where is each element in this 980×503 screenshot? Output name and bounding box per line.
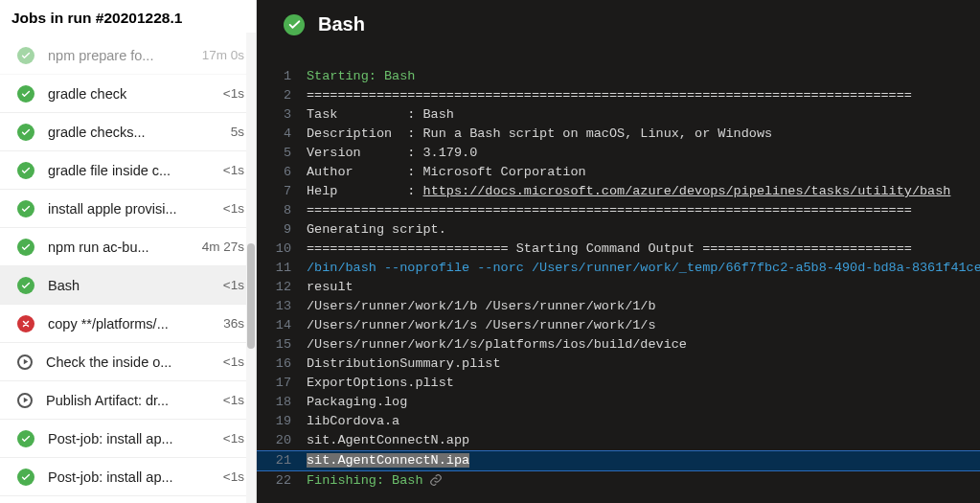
line-number: 9 bbox=[257, 220, 307, 240]
line-content: ========================================… bbox=[307, 86, 980, 105]
log-panel: Bash 1Starting: Bash2===================… bbox=[257, 0, 980, 503]
line-content: Author : Microsoft Corporation bbox=[307, 163, 980, 182]
scrollbar-thumb[interactable] bbox=[247, 243, 255, 349]
log-line: 13/Users/runner/work/1/b /Users/runner/w… bbox=[257, 297, 980, 316]
job-row[interactable]: Publish Artifact: dr...<1s bbox=[0, 381, 256, 420]
job-duration: 36s bbox=[223, 316, 244, 331]
job-label: gradle file inside c... bbox=[48, 163, 216, 178]
line-content: result bbox=[307, 278, 980, 297]
job-label: gradle checks... bbox=[48, 125, 223, 140]
line-number: 16 bbox=[257, 354, 307, 374]
link-icon[interactable] bbox=[429, 473, 443, 487]
job-list: npm prepare fo...17m 0sgradle check<1sgr… bbox=[0, 36, 256, 503]
check-circle-icon bbox=[17, 162, 34, 179]
line-number: 7 bbox=[257, 182, 307, 201]
pending-circle-icon bbox=[17, 354, 33, 370]
line-content: Starting: Bash bbox=[307, 67, 980, 86]
job-row[interactable]: copy **/platforms/...36s bbox=[0, 305, 256, 343]
line-content: Packaging.log bbox=[307, 393, 980, 412]
job-duration: 4m 27s bbox=[202, 240, 244, 254]
line-content: ExportOptions.plist bbox=[307, 374, 980, 393]
log-line: 11/bin/bash --noprofile --norc /Users/ru… bbox=[257, 259, 980, 278]
log-body[interactable]: 1Starting: Bash2========================… bbox=[257, 45, 980, 503]
line-content: Version : 3.179.0 bbox=[307, 144, 980, 163]
scrollbar[interactable] bbox=[246, 33, 256, 503]
log-line: 14/Users/runner/work/1/s /Users/runner/w… bbox=[257, 316, 980, 335]
job-label: install apple provisi... bbox=[48, 201, 216, 217]
check-circle-icon bbox=[17, 85, 34, 103]
line-content: /Users/runner/work/1/s/platforms/ios/bui… bbox=[307, 335, 980, 354]
log-line: 7Help : https://docs.microsoft.com/azure… bbox=[257, 182, 980, 201]
job-duration: <1s bbox=[223, 393, 244, 407]
job-row[interactable]: npm prepare fo...17m 0s bbox=[0, 36, 256, 75]
check-circle-icon bbox=[17, 469, 34, 486]
job-duration: <1s bbox=[223, 469, 244, 484]
line-number: 19 bbox=[257, 412, 307, 431]
log-line: 12result bbox=[257, 278, 980, 297]
line-content: libCordova.a bbox=[307, 412, 980, 431]
line-content: Task : Bash bbox=[307, 105, 980, 125]
job-label: gradle check bbox=[48, 86, 216, 102]
line-number: 4 bbox=[257, 125, 307, 144]
log-title: Bash bbox=[318, 13, 365, 35]
line-content: ========================================… bbox=[307, 201, 980, 220]
log-line: 20sit.AgentConnectN.app bbox=[257, 431, 980, 450]
check-circle-icon bbox=[17, 124, 34, 141]
check-circle-icon bbox=[17, 47, 34, 64]
job-row[interactable]: Post-job: install ap...<1s bbox=[0, 420, 256, 458]
job-row[interactable]: Check the inside o...<1s bbox=[0, 343, 256, 381]
job-label: Post-job: install ap... bbox=[48, 431, 216, 446]
pending-circle-icon bbox=[17, 393, 33, 408]
line-number: 13 bbox=[257, 297, 307, 316]
log-line: 2=======================================… bbox=[257, 86, 980, 105]
job-duration: <1s bbox=[223, 278, 244, 292]
job-row[interactable]: gradle file inside c...<1s bbox=[0, 151, 256, 190]
log-line: 6Author : Microsoft Corporation bbox=[257, 163, 980, 182]
line-number: 5 bbox=[257, 144, 307, 163]
job-label: copy **/platforms/... bbox=[48, 316, 216, 332]
job-row[interactable]: npm run ac-bu...4m 27s bbox=[0, 228, 256, 266]
log-line: 18Packaging.log bbox=[257, 393, 980, 412]
log-line: 21sit.AgentConnectN.ipa bbox=[257, 450, 980, 471]
job-label: npm prepare fo... bbox=[48, 48, 194, 63]
line-content: /Users/runner/work/1/s /Users/runner/wor… bbox=[307, 316, 980, 335]
line-number: 15 bbox=[257, 335, 307, 354]
check-circle-icon bbox=[17, 277, 34, 294]
job-row[interactable]: Post-job: Checkout ...<1s bbox=[0, 496, 256, 503]
log-line: 9Generating script. bbox=[257, 220, 980, 240]
job-row[interactable]: Post-job: install ap...<1s bbox=[0, 458, 256, 496]
log-header: Bash bbox=[257, 0, 980, 45]
check-circle-icon bbox=[17, 200, 34, 217]
job-row[interactable]: Bash<1s bbox=[0, 266, 256, 305]
line-content: /bin/bash --noprofile --norc /Users/runn… bbox=[307, 259, 980, 278]
line-number: 14 bbox=[257, 316, 307, 335]
log-line: 15/Users/runner/work/1/s/platforms/ios/b… bbox=[257, 335, 980, 354]
line-number: 10 bbox=[257, 240, 307, 259]
help-link[interactable]: https://docs.microsoft.com/azure/devops/… bbox=[423, 184, 951, 198]
job-duration: <1s bbox=[223, 431, 244, 446]
job-duration: <1s bbox=[223, 354, 244, 369]
sidebar-title: Jobs in run #20201228.1 bbox=[0, 0, 256, 36]
job-row[interactable]: gradle checks...5s bbox=[0, 113, 256, 151]
log-line: 8=======================================… bbox=[257, 201, 980, 220]
job-label: Publish Artifact: dr... bbox=[46, 393, 216, 408]
check-circle-icon bbox=[17, 239, 34, 256]
job-row[interactable]: install apple provisi...<1s bbox=[0, 190, 256, 228]
log-line: 3Task : Bash bbox=[257, 105, 980, 125]
log-line: 10========================== Starting Co… bbox=[257, 240, 980, 259]
job-label: Bash bbox=[48, 278, 216, 293]
line-content: Help : https://docs.microsoft.com/azure/… bbox=[307, 182, 980, 201]
line-number: 21 bbox=[257, 451, 307, 470]
line-number: 6 bbox=[257, 163, 307, 182]
line-number: 3 bbox=[257, 105, 307, 125]
line-content: sit.AgentConnectN.ipa bbox=[307, 451, 980, 470]
line-number: 2 bbox=[257, 86, 307, 105]
log-line: 1Starting: Bash bbox=[257, 67, 980, 86]
line-content: /Users/runner/work/1/b /Users/runner/wor… bbox=[307, 297, 980, 316]
job-duration: <1s bbox=[223, 86, 244, 101]
line-content: Finishing: Bash bbox=[307, 471, 980, 491]
job-label: npm run ac-bu... bbox=[48, 240, 194, 255]
job-row[interactable]: gradle check<1s bbox=[0, 75, 256, 113]
job-duration: <1s bbox=[223, 163, 244, 177]
error-circle-icon bbox=[17, 315, 34, 332]
